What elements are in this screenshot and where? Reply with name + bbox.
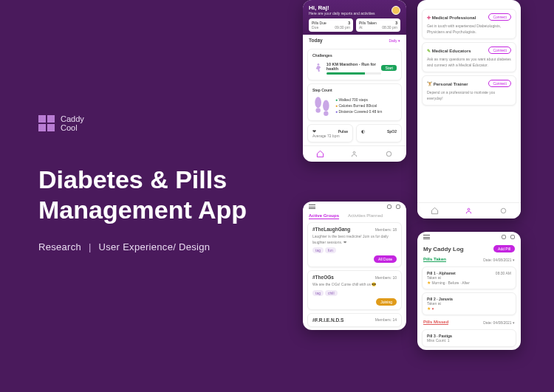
pill-row-3: Pill 3 - Pastiga Miss Count: 1: [422, 329, 516, 347]
svg-point-1: [315, 97, 321, 108]
logo-mark: [38, 115, 55, 131]
medpro-body: Get in touch with experienced Diabetolog…: [427, 24, 511, 35]
svg-rect-8: [501, 208, 505, 213]
group3-members: Members: 14: [375, 317, 397, 322]
date-filter-2[interactable]: Date: 04/08/2021 ▾: [483, 320, 515, 325]
group1-body: Laughter is the best medicine! Join us f…: [312, 234, 397, 245]
pill-row-1: Pill 1 - Alphamet08:30 AM Taken at ★ Mor…: [422, 267, 516, 289]
connect-button-2[interactable]: Connect: [488, 47, 511, 54]
pill3-sub: Miss Count: 1: [427, 338, 511, 343]
tab-bar: [303, 145, 406, 162]
connect-button-1[interactable]: Connect: [488, 13, 511, 21]
pills-taken-tab: Pills Taken: [423, 257, 446, 262]
pills-icon[interactable]: [499, 207, 507, 215]
phone-caddylog: My Caddy Log Add Pill Pills Taken Date: …: [417, 232, 521, 350]
distance-stat: Distance Covered 0.48 km: [338, 109, 382, 114]
groups-tabs: Active Groups Activities Planned: [309, 213, 400, 219]
group2-button[interactable]: Joining: [376, 298, 397, 306]
svg-point-3: [323, 100, 329, 111]
calories-stat: Calories Burned 80kcal: [338, 103, 377, 108]
pulse-value: Average 72 bpm: [312, 134, 348, 138]
top-bar: [417, 232, 521, 242]
logo-text: Caddy Cool: [61, 114, 84, 132]
pills-missed-tab: Pills Missed: [423, 320, 448, 325]
pills-taken-card: Pills Taken3 At08:30 pm: [356, 18, 400, 32]
pills-icon[interactable]: [385, 150, 393, 158]
walked-stat: Walked 700 steps: [338, 97, 368, 102]
pills-due-card: Pills Due3 Due09:30 pm: [309, 18, 353, 32]
bell-icon[interactable]: [387, 204, 391, 209]
pills-due-time: 09:30 pm: [335, 25, 350, 30]
tab-active-groups[interactable]: Active Groups: [309, 213, 339, 219]
daily-dropdown[interactable]: Daily ▾: [389, 38, 400, 43]
avatar[interactable]: [391, 6, 400, 15]
trainer-body: Depend on a professional to motivate you…: [427, 90, 511, 101]
phone-home: Hi, Raj! Here are your daily reports and…: [303, 0, 406, 162]
connect-card-2: ✎ Medical EducatorsConnect Ask as many q…: [422, 42, 516, 72]
top-bar: [303, 202, 406, 212]
mededu-title: Medical Educators: [432, 49, 471, 53]
title-line1: Diabetes & Pills: [38, 165, 227, 193]
tab-bar: [417, 202, 521, 219]
mededu-body: Ask as many questions as you want about …: [427, 57, 511, 68]
brand-line1: Caddy: [61, 114, 84, 123]
group1-members: Members: 18: [375, 227, 397, 232]
svg-point-5: [354, 151, 356, 154]
home-icon[interactable]: [431, 207, 439, 215]
svg-rect-6: [386, 151, 391, 156]
home-header: Hi, Raj! Here are your daily reports and…: [303, 0, 406, 35]
spo2-label: SpO2: [387, 129, 397, 134]
subtitle-right: User Experience/ Design: [99, 241, 211, 252]
phone-connect: ✚ Medical ProfessionalConnect Get in tou…: [417, 0, 521, 219]
connect-card-1: ✚ Medical ProfessionalConnect Get in tou…: [422, 9, 516, 39]
group2-members: Members: 10: [375, 275, 397, 280]
title-line2: Management App: [38, 196, 247, 224]
connect-button-3[interactable]: Connect: [488, 80, 511, 87]
search-icon[interactable]: [396, 204, 400, 209]
svg-point-2: [315, 108, 320, 112]
footsteps-icon: [312, 94, 332, 117]
challenges-label: Challenges: [312, 53, 397, 58]
group3-name: #F.R.I.E.N.D.S: [312, 317, 343, 323]
hamburger-icon[interactable]: [423, 235, 430, 239]
pulse-label: Pulse: [338, 129, 348, 134]
svg-point-0: [318, 63, 320, 66]
subtitle: Research | User Experience/ Design: [38, 241, 290, 252]
brand-line2: Cool: [61, 123, 84, 132]
pill-row-2: Pill 2 - Januvia Taken at ★ ♥: [422, 292, 516, 315]
page-title: Diabetes & Pills Management App: [38, 165, 290, 225]
tab-activities[interactable]: Activities Planned: [348, 213, 383, 219]
bell-icon[interactable]: [502, 235, 506, 239]
group2-name: #TheOGs: [312, 275, 334, 280]
community-icon[interactable]: [465, 207, 473, 215]
stepcount-card: Step Count ● Walked 700 steps ● Calories…: [307, 83, 402, 121]
hero-left: Caddy Cool Diabetes & Pills Management A…: [38, 114, 290, 252]
today-label: Today: [309, 38, 323, 43]
medpro-title: Medical Professional: [432, 16, 476, 20]
challenges-card: Challenges 10 KM Marathon - Run for heal…: [307, 49, 402, 80]
runner-icon: [312, 60, 324, 76]
pills-taken-time: 08:30 pm: [382, 25, 397, 30]
home-icon[interactable]: [316, 150, 324, 158]
greeting: Hi, Raj!: [309, 4, 375, 11]
search-icon[interactable]: [510, 235, 515, 239]
start-button[interactable]: Start: [381, 65, 397, 71]
challenge-title: 10 KM Marathon - Run for health: [326, 62, 382, 71]
phone-groups: Active Groups Activities Planned #TheLau…: [303, 202, 406, 330]
pulse-card: ❤Pulse Average 72 bpm: [307, 124, 353, 142]
date-filter-1[interactable]: Date: 04/08/2021 ▾: [483, 258, 515, 262]
connect-card-3: 🏋 Personal TrainerConnect Depend on a pr…: [422, 75, 516, 106]
group-card-3: #F.R.I.E.N.D.SMembers: 14: [307, 313, 402, 327]
group-card-2: #TheOGsMembers: 10 We are the OGs! Come …: [307, 270, 402, 310]
hamburger-icon[interactable]: [309, 204, 315, 209]
svg-point-7: [468, 208, 471, 210]
subtitle-left: Research: [38, 241, 81, 252]
greeting-sub: Here are your daily reports and activiti…: [309, 11, 375, 16]
separator: |: [89, 241, 92, 252]
community-icon[interactable]: [350, 150, 358, 158]
trainer-title: Personal Trainer: [434, 82, 468, 86]
group1-button[interactable]: All Done: [374, 255, 397, 263]
group1-name: #TheLaughGang: [312, 227, 350, 232]
group2-body: We are the OGs! Come chill with us 😎: [312, 282, 397, 288]
add-pill-button[interactable]: Add Pill: [493, 245, 515, 252]
